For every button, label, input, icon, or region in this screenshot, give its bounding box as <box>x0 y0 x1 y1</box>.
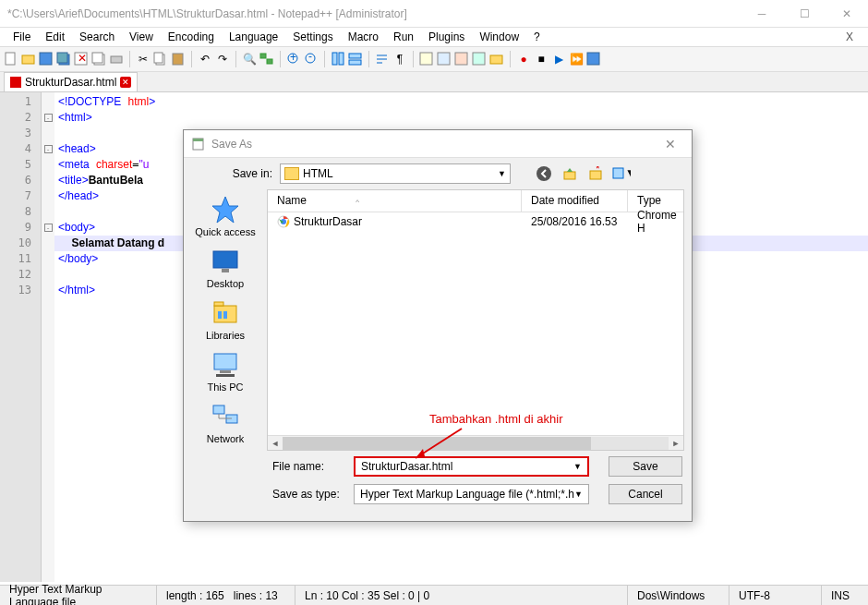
place-network[interactable]: Network <box>207 402 244 444</box>
dialog-titlebar: Save As ✕ <box>184 130 692 158</box>
indent-guide-icon[interactable] <box>419 52 434 67</box>
svg-rect-47 <box>213 405 224 414</box>
chevron-down-icon[interactable]: ▼ <box>574 490 583 499</box>
stop-icon[interactable]: ■ <box>534 52 549 67</box>
tab-strukturdasar[interactable]: StrukturDasar.html ✕ <box>4 72 138 91</box>
svg-rect-39 <box>222 269 229 272</box>
savein-label: Save in: <box>221 167 272 180</box>
savein-value: HTML <box>303 167 333 180</box>
dialog-toolbar: Save in: HTML ▼ * ▼ <box>184 158 692 189</box>
sync-v-icon[interactable] <box>331 52 345 67</box>
fast-play-icon[interactable]: ⏩ <box>569 52 584 67</box>
menu-edit[interactable]: Edit <box>38 29 72 45</box>
zoom-out-icon[interactable]: - <box>304 52 319 67</box>
save-icon[interactable] <box>39 52 54 67</box>
place-libraries[interactable]: Libraries <box>206 298 245 341</box>
zoom-in-icon[interactable]: + <box>286 52 301 67</box>
place-desktop[interactable]: Desktop <box>207 247 244 289</box>
menu-search[interactable]: Search <box>72 29 122 45</box>
tab-label: StrukturDasar.html <box>25 76 116 89</box>
svg-rect-9 <box>111 56 122 63</box>
svg-rect-41 <box>214 302 223 306</box>
svg-point-31 <box>536 166 551 181</box>
new-folder-icon[interactable]: * <box>586 164 605 183</box>
new-icon[interactable] <box>4 52 18 67</box>
redo-icon[interactable]: ↷ <box>215 52 230 67</box>
svg-rect-46 <box>216 374 235 377</box>
place-this-pc[interactable]: This PC <box>207 350 243 393</box>
menu-settings[interactable]: Settings <box>285 29 340 45</box>
back-icon[interactable] <box>535 164 553 183</box>
up-icon[interactable] <box>561 164 579 183</box>
maximize-button[interactable]: ☐ <box>783 0 826 28</box>
toolbar: ✕ ✂ ↶ ↷ 🔍 + - ¶ ● ■ ▶ ⏩ <box>0 46 868 72</box>
svg-text:+: + <box>290 52 296 64</box>
view-menu-icon[interactable]: ▼ <box>612 164 631 183</box>
filename-input[interactable]: StrukturDasar.html ▼ <box>354 456 589 477</box>
svg-rect-45 <box>220 370 231 373</box>
savein-combo[interactable]: HTML ▼ <box>280 163 511 184</box>
cut-icon[interactable]: ✂ <box>136 52 151 67</box>
paste-icon[interactable] <box>171 52 186 67</box>
svg-rect-24 <box>438 53 450 65</box>
status-filetype: Hyper Text Markup Language file <box>0 586 157 605</box>
menu-macro[interactable]: Macro <box>341 29 386 45</box>
minimize-button[interactable]: ─ <box>741 0 783 28</box>
menu-file[interactable]: File <box>6 29 38 45</box>
places-bar: Quick access Desktop Libraries This PC N… <box>184 189 267 451</box>
savetype-combo[interactable]: Hyper Text Markup Language file (*.html;… <box>354 484 589 504</box>
tab-close-icon[interactable]: ✕ <box>120 77 131 88</box>
file-name: StrukturDasar <box>294 215 362 228</box>
save-macro-icon[interactable] <box>586 52 601 67</box>
record-icon[interactable]: ● <box>516 52 531 67</box>
menu-encoding[interactable]: Encoding <box>161 29 222 45</box>
svg-rect-12 <box>173 54 183 65</box>
menu-window[interactable]: Window <box>472 29 526 45</box>
notepad-icon <box>191 137 206 151</box>
menu-view[interactable]: View <box>122 29 161 45</box>
line-gutter: 12345678910111213 <box>0 92 42 582</box>
fold-column: --- <box>42 92 54 582</box>
func-list-icon[interactable] <box>472 52 487 67</box>
undo-icon[interactable]: ↶ <box>198 52 212 67</box>
menu-plugins[interactable]: Plugins <box>421 29 472 45</box>
status-encoding: UTF-8 <box>729 586 822 605</box>
menu-language[interactable]: Language <box>222 29 285 45</box>
svg-rect-4 <box>57 53 67 63</box>
save-button[interactable]: Save <box>609 456 682 477</box>
play-icon[interactable]: ▶ <box>551 52 566 67</box>
cancel-button[interactable]: Cancel <box>609 484 682 504</box>
save-all-icon[interactable] <box>56 52 71 67</box>
close-tab-icon[interactable]: ✕ <box>74 52 89 67</box>
status-position: Ln : 10 Col : 35 Sel : 0 | 0 <box>295 586 628 605</box>
close-button[interactable]: ✕ <box>826 0 868 28</box>
place-quick-access[interactable]: Quick access <box>195 195 255 237</box>
horizontal-scrollbar[interactable]: ◄► <box>268 435 683 450</box>
show-all-icon[interactable]: ¶ <box>392 52 407 67</box>
dialog-close-button[interactable]: ✕ <box>657 137 684 151</box>
svg-marker-52 <box>416 449 425 458</box>
menu-bar: File Edit Search View Encoding Language … <box>0 28 868 46</box>
svg-rect-30 <box>193 139 203 141</box>
svg-rect-21 <box>349 54 361 58</box>
col-name[interactable]: Name ^ <box>268 190 522 212</box>
wrap-icon[interactable] <box>375 52 390 67</box>
print-icon[interactable] <box>109 52 124 67</box>
open-icon[interactable] <box>21 52 36 67</box>
col-date[interactable]: Date modified <box>522 190 628 212</box>
replace-icon[interactable] <box>259 52 274 67</box>
file-row[interactable]: StrukturDasar 25/08/2016 16.53 Chrome H <box>268 212 683 231</box>
folder-icon <box>284 167 299 180</box>
lang-icon[interactable] <box>437 52 452 67</box>
savetype-value: Hyper Text Markup Language file (*.html;… <box>360 488 574 501</box>
menu-x[interactable]: X <box>846 30 862 43</box>
menu-help[interactable]: ? <box>526 29 548 45</box>
chevron-down-icon[interactable]: ▼ <box>573 462 582 471</box>
copy-icon[interactable] <box>153 52 168 67</box>
doc-map-icon[interactable] <box>454 52 469 67</box>
folder-icon[interactable] <box>489 52 504 67</box>
close-all-icon[interactable] <box>91 52 106 67</box>
find-icon[interactable]: 🔍 <box>242 52 257 67</box>
menu-run[interactable]: Run <box>386 29 421 45</box>
sync-h-icon[interactable] <box>348 52 363 67</box>
